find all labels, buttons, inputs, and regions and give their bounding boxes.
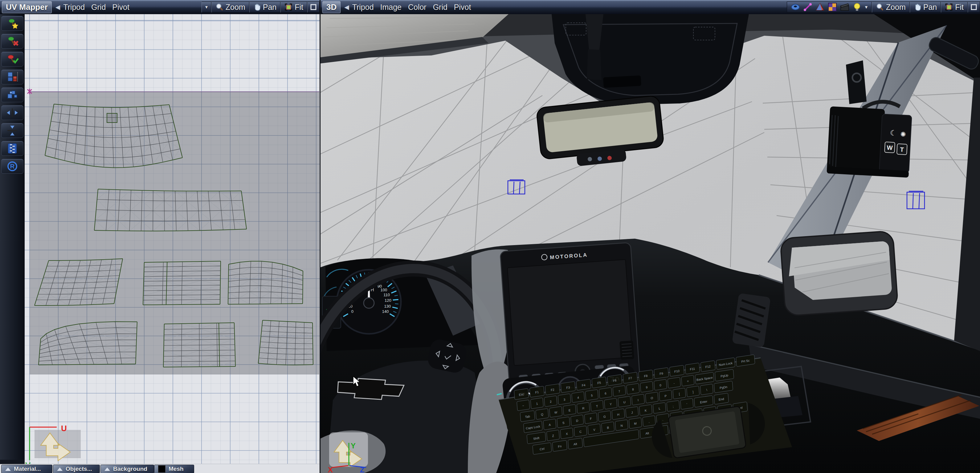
uv-bottom-tabstrip: Material... Objects... Background Mesh [0,464,320,473]
uv-island-door-window-d[interactable] [258,320,313,365]
tab-background[interactable]: Background [100,465,154,473]
align-horizontal-button[interactable] [1,105,24,120]
tab-mesh[interactable]: Mesh [154,465,194,473]
uv-fit-button[interactable]: Fit [280,2,307,13]
pin-add-button[interactable] [1,16,24,31]
svg-text:O: O [651,396,653,400]
x-axis-label: X [328,466,333,473]
uv-island-vent-window-b[interactable] [38,322,137,365]
uv-pin-marker[interactable] [27,89,32,94]
tab-material[interactable]: Material... [1,465,52,473]
svg-text:Q: Q [541,413,544,416]
relax-button[interactable]: R [1,159,24,174]
uv-mesh-layer[interactable]: U V [25,14,320,473]
uv-tool-column: R [0,14,25,464]
mesh-color-swatch[interactable] [158,465,165,473]
viewport-3d[interactable]: ☾ ✺ W T [320,14,980,473]
stitch-icon [6,142,19,155]
pack-uv-icon [6,89,19,101]
uv-island-door-window-a[interactable] [35,259,123,305]
uv-panel-title: UV Mapper [2,1,52,13]
fit-icon [945,3,953,11]
svg-text:T: T [596,404,598,408]
bone-icon[interactable] [802,2,813,12]
uv-editor-viewport[interactable]: U V [25,14,320,473]
align-vertical-icon [6,124,19,137]
svg-text:B: B [607,426,609,430]
pack-uv-button[interactable] [1,87,24,102]
dropdown-arrow-icon[interactable]: ▼ [864,5,869,10]
svg-text:Fn: Fn [558,444,562,448]
svg-text:0: 0 [351,309,353,314]
svg-text:F8: F8 [644,374,648,378]
z-axis-label: Z [360,466,364,473]
u-axis-label: U [61,424,67,433]
uv-maximize-button[interactable] [307,2,320,13]
expand-icon [5,467,11,471]
back-arrow-icon[interactable]: ◀ [56,3,60,11]
cone-icon[interactable] [815,2,825,12]
checker-icon[interactable] [827,2,838,12]
uv-island-windshield[interactable] [45,104,183,168]
svg-text:J: J [631,411,633,414]
uv-island-vent-window-a[interactable] [228,261,303,304]
clapperboard-icon[interactable] [840,2,850,12]
side-mirror [780,231,898,316]
svg-text:F6: F6 [612,378,617,383]
torus-icon[interactable] [790,2,801,12]
magnifier-icon [215,3,223,11]
relax-icon: R [6,160,19,173]
device-key-w: W [887,144,893,151]
fit-icon [285,3,293,11]
svg-text:P: P [664,394,667,398]
svg-text:140: 140 [382,309,389,314]
view3d-zoom-button[interactable]: Zoom [872,2,910,13]
bulb-icon[interactable] [852,2,862,12]
uv-panel-titlebar: UV Mapper ◀ Tripod Grid Pivot ▼ Zoom Pan… [0,0,320,14]
uv-island-door-window-b[interactable] [143,261,221,305]
tab-objects[interactable]: Objects... [53,465,100,473]
view3d-fit-button[interactable]: Fit [941,2,968,13]
pin-add-icon [6,17,19,30]
layout-split-button[interactable] [1,70,24,84]
uv-zoom-button[interactable]: Zoom [212,2,249,13]
maximize-icon [310,4,317,11]
pin-apply-icon [6,53,19,65]
stitch-button[interactable] [1,141,24,156]
svg-text:F: F [590,417,592,421]
hand-icon [914,3,921,11]
svg-text:F3: F3 [566,386,570,390]
view3d-display-mode-strip: ▼ [787,2,872,13]
svg-text:A: A [549,423,551,427]
back-arrow-icon[interactable]: ◀ [344,3,349,11]
svg-text:F2: F2 [551,388,555,392]
svg-text:100: 100 [380,287,387,292]
svg-text:M: M [634,422,637,425]
svg-text:~: ~ [522,404,525,408]
pin-apply-button[interactable] [1,52,24,67]
svg-text:Alt: Alt [645,432,649,435]
mdt-screen[interactable] [507,260,632,365]
view3d-titlebar: 3D ◀ Tripod Image Color Grid Pivot ▼ Zoo… [320,0,980,14]
svg-text:X: X [565,432,568,436]
layout-split-icon [6,71,19,83]
svg-text:S: S [562,421,565,425]
pin-delete-button[interactable] [1,34,24,49]
pin-delete-icon [6,35,19,48]
magnifier-icon [876,3,884,11]
light-icon: ✺ [900,130,906,138]
view3d-pan-button[interactable]: Pan [910,2,941,13]
svg-text:C: C [579,430,582,433]
uv-island-rear-window[interactable] [94,189,247,231]
svg-text:=: = [687,379,689,383]
svg-text:120: 120 [385,298,391,303]
view3d-maximize-button[interactable] [968,2,980,13]
uv-island-door-window-c[interactable] [163,323,235,367]
svg-text:R: R [10,163,15,170]
uv-axis-gizmo: U V [25,424,81,470]
align-vertical-button[interactable] [1,123,24,138]
svg-text:W: W [554,411,558,414]
svg-text:E: E [568,409,571,412]
uv-dropdown-button[interactable]: ▼ [202,2,212,13]
uv-pan-button[interactable]: Pan [249,2,280,13]
